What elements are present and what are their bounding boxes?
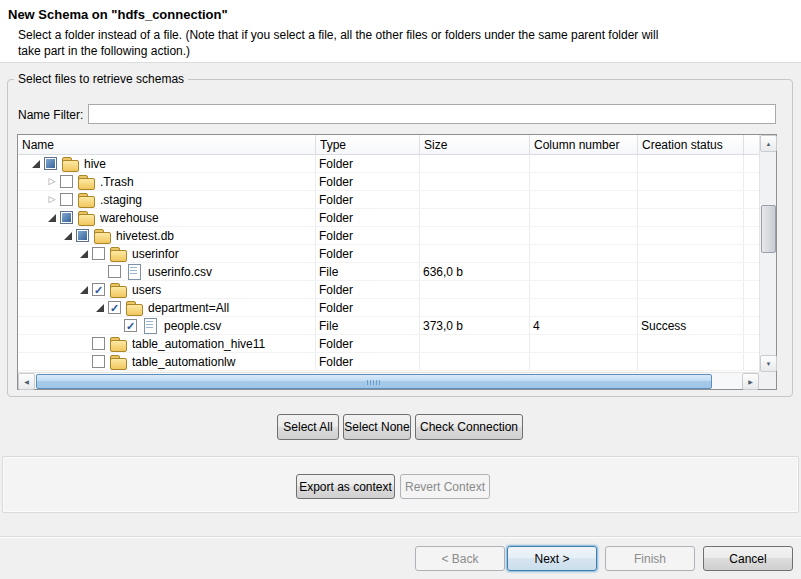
row-checkbox[interactable] <box>108 265 121 278</box>
collapse-arrow-icon[interactable] <box>28 156 44 172</box>
collapse-arrow-icon[interactable] <box>76 246 92 262</box>
row-checkbox[interactable]: ✓ <box>124 319 137 332</box>
next-button[interactable]: Next > <box>507 546 597 571</box>
cancel-button[interactable]: Cancel <box>703 546 793 571</box>
column-header-creation-status[interactable]: Creation status <box>638 135 744 154</box>
expander-spacer <box>92 264 108 280</box>
cell-creation-status <box>638 281 744 298</box>
collapse-arrow-icon[interactable] <box>60 228 76 244</box>
row-name-label: hivetest.db <box>115 229 174 243</box>
expand-arrow-icon[interactable]: ▷ <box>44 174 60 190</box>
finish-button[interactable]: Finish <box>605 546 695 571</box>
scroll-right-icon[interactable]: ▶ <box>742 373 759 390</box>
row-checkbox[interactable] <box>60 193 73 206</box>
cell-size: 373,0 b <box>420 317 530 334</box>
expand-arrow-icon[interactable]: ▷ <box>44 192 60 208</box>
table-row[interactable]: table_automation_hive11Folder <box>18 335 759 353</box>
export-as-context-button[interactable]: Export as context <box>296 474 395 499</box>
row-checkbox[interactable] <box>76 229 89 242</box>
cell-type: Folder <box>316 191 420 208</box>
column-header-column-number[interactable]: Column number <box>530 135 638 154</box>
vertical-scrollbar-thumb[interactable] <box>761 205 776 253</box>
cell-size <box>420 191 530 208</box>
row-checkbox[interactable] <box>92 355 105 368</box>
description-line-1: Select a folder instead of a file. (Note… <box>18 27 658 43</box>
expander-spacer <box>76 354 92 370</box>
tree-indent <box>18 289 76 290</box>
row-name-label: warehouse <box>99 211 159 225</box>
column-header-name[interactable]: Name <box>18 135 316 154</box>
row-checkbox[interactable] <box>92 247 105 260</box>
new-schema-dialog: New Schema on "hdfs_connection" Select a… <box>0 0 801 579</box>
select-none-button[interactable]: Select None <box>343 414 411 440</box>
cell-column-number: 4 <box>530 317 638 334</box>
back-button[interactable]: < Back <box>415 546 505 571</box>
cell-size <box>420 173 530 190</box>
tree-indent <box>18 235 60 236</box>
folder-icon <box>78 174 94 189</box>
cell-column-number <box>530 353 638 370</box>
table-row[interactable]: ✓people.csvFile373,0 b4Success <box>18 317 759 335</box>
collapse-arrow-icon[interactable] <box>44 210 60 226</box>
cell-column-number <box>530 299 638 316</box>
row-checkbox[interactable] <box>92 337 105 350</box>
table-row[interactable]: userinfo.csvFile636,0 b <box>18 263 759 281</box>
row-checkbox[interactable]: ✓ <box>108 301 121 314</box>
column-header-type[interactable]: Type <box>316 135 420 154</box>
row-checkbox[interactable] <box>60 211 73 224</box>
scroll-up-icon[interactable]: ▲ <box>760 135 777 152</box>
table-row[interactable]: table_automationlwFolder <box>18 353 759 371</box>
table-body: hiveFolder▷.TrashFolder▷.stagingFolderwa… <box>18 155 759 372</box>
table-row[interactable]: hiveFolder <box>18 155 759 173</box>
row-checkbox[interactable]: ✓ <box>92 283 105 296</box>
table-row[interactable]: ▷.TrashFolder <box>18 173 759 191</box>
folder-icon <box>78 210 94 225</box>
scroll-down-icon[interactable]: ▼ <box>760 355 777 372</box>
cell-size <box>420 227 530 244</box>
cell-column-number <box>530 227 638 244</box>
table-row[interactable]: ✓usersFolder <box>18 281 759 299</box>
cell-size <box>420 209 530 226</box>
scroll-left-icon[interactable]: ◀ <box>18 373 35 390</box>
select-all-button[interactable]: Select All <box>277 414 339 440</box>
row-name-label: .staging <box>99 193 142 207</box>
dialog-description: Select a folder instead of a file. (Note… <box>18 27 658 59</box>
table-row[interactable]: ▷.stagingFolder <box>18 191 759 209</box>
horizontal-scrollbar[interactable]: ◀ ▶ <box>18 372 759 389</box>
tree-indent <box>18 181 44 182</box>
cell-creation-status <box>638 173 744 190</box>
horizontal-scrollbar-thumb[interactable] <box>36 374 712 389</box>
row-checkbox[interactable] <box>60 175 73 188</box>
check-connection-button[interactable]: Check Connection <box>415 414 523 440</box>
row-name-label: department=All <box>147 301 229 315</box>
cell-creation-status <box>638 209 744 226</box>
collapse-arrow-icon[interactable] <box>76 282 92 298</box>
folder-icon <box>110 354 126 369</box>
cell-creation-status: Success <box>638 317 744 334</box>
expander-spacer <box>76 336 92 352</box>
table-header: NameTypeSizeColumn numberCreation status <box>18 135 759 155</box>
cell-type: Folder <box>316 353 420 370</box>
schema-file-tree-table: NameTypeSizeColumn numberCreation status… <box>17 134 777 390</box>
cell-type: File <box>316 263 420 280</box>
cell-type: Folder <box>316 227 420 244</box>
name-filter-label: Name Filter: <box>18 108 83 122</box>
revert-context-button[interactable]: Revert Context <box>400 474 490 499</box>
vertical-scrollbar[interactable]: ▲ ▼ <box>759 135 776 372</box>
table-row[interactable]: warehouseFolder <box>18 209 759 227</box>
row-checkbox[interactable] <box>44 157 57 170</box>
column-header-size[interactable]: Size <box>420 135 530 154</box>
row-name-label: users <box>131 283 161 297</box>
collapse-arrow-icon[interactable] <box>92 300 108 316</box>
table-row[interactable]: hivetest.dbFolder <box>18 227 759 245</box>
tree-indent <box>18 163 28 164</box>
table-row[interactable]: ✓department=AllFolder <box>18 299 759 317</box>
name-filter-input[interactable] <box>88 104 776 124</box>
cell-creation-status <box>638 227 744 244</box>
cell-creation-status <box>638 245 744 262</box>
folder-icon <box>62 156 78 171</box>
cell-creation-status <box>638 191 744 208</box>
cell-size <box>420 353 530 370</box>
folder-icon <box>110 246 126 261</box>
table-row[interactable]: userinforFolder <box>18 245 759 263</box>
